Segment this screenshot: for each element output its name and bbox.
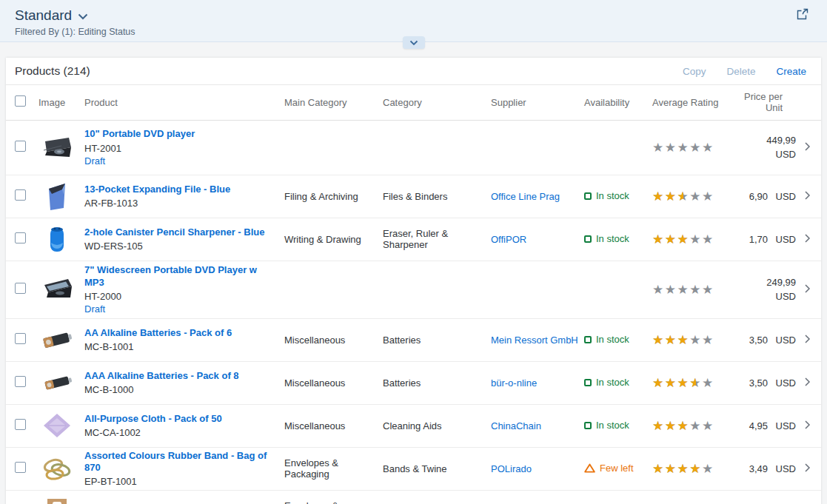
main-category-cell: Miscellaneous [284, 361, 383, 404]
in-stock-icon [584, 235, 592, 243]
row-checkbox[interactable] [15, 189, 26, 201]
select-all-checkbox[interactable] [15, 95, 26, 107]
product-link[interactable]: AAA Alkaline Batteries - Pack of 8 [84, 370, 278, 382]
column-header-main-category: Main Category [284, 85, 383, 120]
product-id: HT-2000 [84, 291, 278, 302]
product-image-widescreen-dvd-player [38, 272, 76, 306]
main-category-cell: Envelopes & Packaging [284, 490, 383, 504]
main-category-cell [284, 261, 383, 318]
row-chevron-icon[interactable] [804, 334, 811, 346]
table-row[interactable]: 2-hole Canister Pencil Sharpener - Blue … [6, 218, 821, 261]
supplier-link[interactable]: Office Line Prag [491, 191, 560, 202]
product-link[interactable]: 13-Pocket Expanding File - Blue [84, 184, 278, 195]
product-image-expanding-file [38, 179, 76, 213]
category-cell: Eraser, Ruler & Sharpener [383, 218, 491, 261]
main-category-cell: Miscellaneous [284, 404, 383, 447]
chevron-down-icon[interactable] [78, 10, 88, 23]
table-row[interactable]: 7" Widescreen Portable DVD Player w MP3 … [6, 261, 821, 318]
category-cell [383, 261, 491, 318]
price-amount: 249,99 [766, 275, 796, 290]
in-stock-icon [584, 192, 592, 200]
price-currency: USD [768, 463, 796, 474]
row-chevron-icon[interactable] [804, 377, 811, 389]
rating-stars: ★★★★★★★★★★ [652, 377, 714, 389]
in-stock-icon [584, 336, 592, 343]
supplier-link[interactable]: ChinaChain [491, 420, 541, 431]
table-toolbar: Products (214) Copy Delete Create [6, 58, 821, 85]
table-row[interactable]: 13-Pocket Expanding File - Blue AR-FB-10… [6, 175, 821, 218]
product-link[interactable]: 7" Widescreen Portable DVD Player w MP3 [84, 264, 278, 289]
row-checkbox[interactable] [15, 232, 26, 243]
products-table: Image Product Main Category Category Sup… [6, 85, 821, 504]
table-row[interactable]: AAA Alkaline Batteries - Pack of 8 MC-B-… [6, 361, 821, 404]
category-cell [383, 120, 491, 175]
price-amount: 1,70 [749, 234, 768, 245]
product-image-aa-battery [38, 323, 76, 357]
category-cell: Batteries [383, 318, 491, 361]
rating-stars: ★★★★★★★★★★ [652, 283, 714, 296]
category-cell: Files & Binders [383, 175, 491, 218]
product-link[interactable]: 10" Portable DVD player [84, 128, 278, 140]
row-chevron-icon[interactable] [804, 283, 811, 296]
row-chevron-icon[interactable] [804, 420, 811, 432]
row-checkbox[interactable] [15, 419, 26, 430]
price-currency: USD [768, 234, 796, 245]
product-id: MC-B-1000 [84, 384, 278, 395]
collapse-header-button[interactable] [403, 36, 425, 49]
supplier-link[interactable]: bür-o-nline [491, 377, 537, 389]
product-image-pencil-sharpener [38, 222, 76, 256]
products-table-card: Products (214) Copy Delete Create Image … [6, 58, 821, 504]
product-image-rubber-bands [38, 451, 76, 485]
table-row[interactable]: 10" Portable DVD player HT-2001 Draft ★★… [6, 120, 821, 175]
product-link[interactable]: All-Purpose Cloth - Pack of 50 [84, 413, 278, 425]
category-cell: Bands & Twine [383, 447, 491, 490]
row-checkbox[interactable] [15, 376, 26, 387]
row-chevron-icon[interactable] [804, 463, 811, 475]
product-image-all-purpose-cloth [38, 409, 76, 443]
copy-button[interactable]: Copy [683, 66, 706, 77]
row-chevron-icon[interactable] [804, 141, 811, 154]
availability-text: In stock [596, 190, 629, 201]
availability-text: In stock [596, 334, 629, 345]
price-currency: USD [776, 289, 796, 304]
row-checkbox[interactable] [15, 462, 26, 473]
row-chevron-icon[interactable] [804, 233, 811, 246]
product-id: AR-FB-1013 [84, 198, 278, 209]
table-row[interactable]: Black Bottom Paper Carrier - Pack of 250… [6, 490, 821, 504]
delete-button[interactable]: Delete [726, 66, 755, 77]
product-link[interactable]: Assorted Colours Rubber Band - Bag of 87… [84, 450, 278, 474]
column-header-price-per-unit: Price per Unit [728, 85, 799, 120]
variant-selector[interactable]: Standard [15, 7, 72, 24]
category-cell [383, 490, 491, 504]
row-checkbox[interactable] [15, 333, 26, 344]
price-amount: 4,95 [749, 420, 768, 431]
supplier-link[interactable]: Mein Ressort GmbH [491, 335, 578, 346]
main-category-cell: Filing & Archiving [284, 175, 383, 218]
create-button[interactable]: Create [776, 66, 806, 77]
rating-stars: ★★★★★★★★★★ [652, 190, 714, 203]
table-row[interactable]: AA Alkaline Batteries - Pack of 6 MC-B-1… [6, 318, 821, 361]
row-checkbox[interactable] [15, 141, 26, 152]
supplier-link[interactable]: POLirado [491, 463, 532, 474]
in-stock-icon [584, 422, 592, 429]
table-row[interactable]: Assorted Colours Rubber Band - Bag of 87… [6, 447, 821, 490]
availability-text: In stock [596, 233, 629, 244]
table-row[interactable]: All-Purpose Cloth - Pack of 50 MC-CA-100… [6, 404, 821, 447]
row-chevron-icon[interactable] [804, 190, 811, 203]
product-link[interactable]: 2-hole Canister Pencil Sharpener - Blue [84, 226, 278, 238]
product-id: MC-B-1001 [84, 341, 278, 352]
chevron-down-icon [409, 40, 418, 46]
column-header-availability: Availability [584, 85, 652, 120]
draft-status: Draft [84, 303, 278, 315]
price-currency: USD [776, 147, 796, 162]
price-currency: USD [768, 191, 796, 202]
supplier-link[interactable]: OffiPOR [491, 234, 526, 245]
category-cell: Cleaning Aids [383, 404, 491, 447]
category-cell: Batteries [383, 361, 491, 404]
rating-stars: ★★★★★★★★★★ [652, 463, 714, 475]
rating-stars: ★★★★★★★★★★ [652, 334, 714, 346]
row-checkbox[interactable] [15, 283, 26, 294]
share-icon[interactable] [796, 7, 809, 24]
product-link[interactable]: AA Alkaline Batteries - Pack of 6 [84, 327, 278, 339]
availability-text: Few left [600, 463, 634, 474]
